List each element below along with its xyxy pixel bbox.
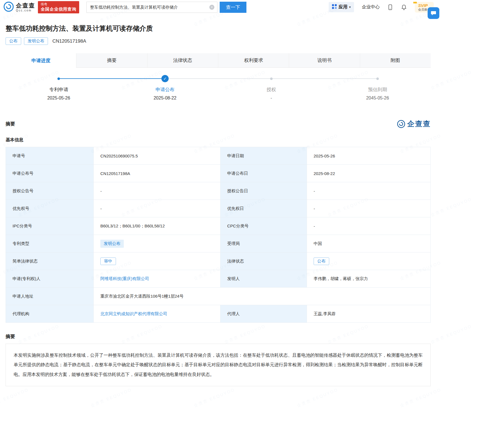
search-button[interactable]: 查一下 (220, 2, 246, 13)
mobile-phone-icon[interactable] (387, 4, 393, 11)
apps-grid-icon (332, 4, 337, 10)
timeline-step-label: 申请公布 (156, 86, 175, 93)
notifications-bell-icon[interactable] (401, 4, 407, 11)
abstract-section-header: 摘要 企查查 (6, 119, 431, 129)
apps-menu[interactable]: 应用 ▾ (329, 2, 354, 12)
customer-service-icon[interactable] (428, 7, 439, 19)
info-label: 申请号 (6, 147, 94, 165)
status-tag-publication: 公布 (6, 37, 21, 45)
info-link[interactable]: 北京同立钧成知识产权代理有限公司 (100, 311, 167, 317)
tab-figures[interactable]: 附图 (360, 53, 431, 67)
info-value: 发明公布 (94, 235, 220, 252)
search-box: × (86, 2, 217, 13)
info-label: 专利类型 (6, 235, 94, 252)
info-value: 公布 (307, 252, 431, 270)
legal-status-tag: 审中 (100, 257, 116, 265)
info-label: 申请(专利权)人 (6, 270, 94, 288)
timeline-step-date: 2045-05-26 (366, 96, 389, 101)
timeline-dot-pending (376, 77, 379, 80)
qcc-brand-text: 企查查 (407, 119, 431, 129)
info-value: 2025-05-26 (307, 147, 431, 165)
info-label: 简单法律状态 (6, 252, 94, 270)
info-label: CPC分类号 (220, 217, 307, 235)
qcc-logo[interactable]: 企查查 Qcc.com (3, 1, 35, 13)
info-value: CN120517198A (94, 165, 220, 182)
timeline-line-done (59, 78, 165, 79)
page: 企查查 Qcc.com 传奇 全国企业信用查询 × 查一下 (0, 0, 504, 386)
info-label: 代理人 (220, 305, 307, 323)
info-value: 中国 (307, 235, 431, 252)
chevron-down-icon: ▾ (349, 5, 351, 9)
patent-type-tag[interactable]: 发明公布 (100, 240, 124, 248)
basic-info-heading: 基本信息 (6, 137, 504, 143)
tab-legal-status[interactable]: 法律状态 (147, 53, 218, 67)
slogan-badge-top: 传奇 (41, 2, 76, 6)
timeline-step-label: 授权 (266, 86, 276, 93)
info-label: 发明人 (220, 270, 307, 288)
info-value: - (94, 182, 220, 200)
info-link[interactable]: 阿维塔科技(重庆)有限公司 (100, 276, 149, 281)
summary-text: 本发明实施例涉及整车控制技术领域，公开了一种整车低功耗控制方法、装置及计算机可读… (6, 344, 431, 386)
timeline-step-date: 2025-08-22 (154, 96, 176, 101)
info-label: IPC分类号 (6, 217, 94, 235)
patent-title: 整车低功耗控制方法、装置及计算机可读存储介质 (6, 24, 498, 33)
enterprise-center-link[interactable]: 企业中心 (362, 4, 380, 10)
abstract-section-title: 摘要 (6, 121, 15, 127)
tab-abstract[interactable]: 摘要 (76, 53, 147, 67)
tab-application-progress[interactable]: 申请进度 (6, 53, 76, 68)
info-label: 申请人地址 (6, 288, 94, 305)
info-label: 受理局 (220, 235, 307, 252)
info-label: 申请公布日 (220, 165, 307, 182)
search-bar: × 查一下 (86, 2, 246, 13)
info-value: - (307, 182, 431, 200)
info-value: CN202510690075.5 (94, 147, 220, 165)
qcc-brand-icon (397, 120, 405, 128)
timeline-dot-done (57, 77, 60, 80)
info-value: 北京同立钧成知识产权代理有限公司 (94, 305, 220, 323)
info-value: 审中 (94, 252, 220, 270)
legal-status-tag: 公布 (314, 257, 329, 265)
crown-icon (413, 0, 417, 5)
tab-description[interactable]: 说明书 (289, 53, 360, 67)
info-label: 优先权号 (6, 200, 94, 217)
application-timeline: 专利申请 2025-05-26 ✓ 申请公布 2025-08-22 授权 - 预… (6, 68, 431, 108)
clear-search-icon[interactable]: × (209, 5, 214, 10)
slogan-badge-bottom: 全国企业信用查询 (41, 6, 76, 12)
slogan-badge: 传奇 全国企业信用查询 (38, 1, 79, 13)
timeline-step-date: - (270, 96, 272, 101)
basic-info-table: 申请号CN202510690075.5申请日期2025-05-26申请公布号CN… (6, 147, 431, 323)
info-label: 法律状态 (220, 252, 307, 270)
patent-header: 整车低功耗控制方法、装置及计算机可读存储介质 公布 发明公布 CN1205171… (6, 24, 498, 45)
timeline-dot-pending (270, 77, 273, 80)
status-tag-invention: 发明公布 (24, 37, 48, 45)
logo-name: 企查查 (16, 3, 35, 9)
summary-heading: 摘要 (6, 333, 504, 340)
info-value: B60L3/12；B60L1/00；B60L58/12 (94, 217, 220, 235)
tab-bar: 申请进度 摘要 法律状态 权利要求 说明书 附图 (6, 53, 431, 68)
info-label: 授权公告日 (220, 182, 307, 200)
qcc-logo-icon (3, 1, 14, 13)
info-label: 申请日期 (220, 147, 307, 165)
apps-menu-label: 应用 (338, 4, 347, 10)
qcc-logo-text: 企查查 Qcc.com (16, 3, 35, 12)
timeline-step-label: 预估到期 (368, 86, 387, 93)
search-input[interactable] (87, 2, 217, 13)
info-value: 阿维塔科技(重庆)有限公司 (94, 270, 220, 288)
info-value: 2025-08-22 (307, 165, 431, 182)
info-label: 代理机构 (6, 305, 94, 323)
info-value: 王蕊,李凤蓉 (307, 305, 431, 323)
logo-domain: Qcc.com (16, 9, 35, 12)
top-nav: 应用 ▾ 企业中心 (329, 2, 434, 13)
timeline-step-date: 2025-05-26 (47, 96, 70, 101)
svip-title: SVIP (418, 3, 428, 8)
info-label: 优先权日 (220, 200, 307, 217)
publication-number: CN120517198A (52, 38, 86, 44)
timeline-step-label: 专利申请 (49, 86, 68, 93)
info-value: - (307, 217, 431, 235)
info-value: - (94, 200, 220, 217)
info-label: 授权公告号 (6, 182, 94, 200)
checkmark-icon: ✓ (161, 75, 169, 82)
tab-claims[interactable]: 权利要求 (218, 53, 289, 67)
info-value: - (307, 200, 431, 217)
patent-tag-row: 公布 发明公布 CN120517198A (6, 37, 498, 45)
